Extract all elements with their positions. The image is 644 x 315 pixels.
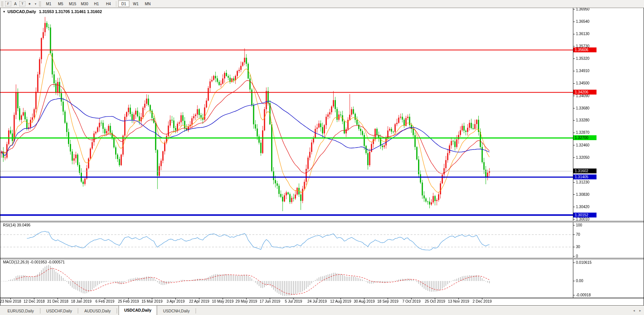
- price-tick-label: 1.36130: [576, 32, 589, 36]
- arrows-tool-icon[interactable]: ✦: [26, 1, 33, 7]
- symbol-tab-bar: EURUSD,DailyUSDCHF,DailyAUDUSD,DailyUSDC…: [0, 305, 644, 315]
- tab-separator: [196, 308, 196, 314]
- date-tick-label: 13 Nov 2019: [448, 299, 469, 303]
- tab-separator: [40, 308, 40, 314]
- rsi-tick-label: 30: [576, 245, 580, 249]
- macd-tick-label: -0.00918: [576, 293, 591, 297]
- timeframe-button-m1[interactable]: M1: [43, 0, 54, 7]
- price-tick-label: 1.35320: [576, 56, 589, 61]
- rsi-label: RSI(14) 39.0496: [3, 223, 30, 227]
- tab-usdchf[interactable]: USDCHF,Daily: [41, 307, 77, 315]
- rsi-tick-label: 0: [576, 254, 578, 258]
- text-label-tool-icon[interactable]: A: [12, 1, 19, 7]
- date-tick-label: 18 Sep 2019: [377, 299, 399, 303]
- tab-scroll-left-icon[interactable]: ◂: [633, 309, 635, 312]
- chart-title: ▼USDCAD,Daily1.31553 1.31705 1.31461 1.3…: [3, 9, 102, 14]
- toolbar: FAT✦▾M1M5M15M30H1H4D1W1MN: [0, 0, 644, 8]
- macd-label: MACD(12,26,9) -0.001953 -0.000571: [3, 260, 65, 264]
- price-tick-label: 1.32050: [576, 155, 589, 160]
- date-tick-label: 5 Jul 2019: [285, 299, 302, 303]
- rsi-value: 39.0496: [17, 223, 30, 227]
- price-flag-1.35606: 1.35606: [573, 47, 597, 52]
- tab-audusd[interactable]: AUDUSD,Daily: [79, 307, 116, 315]
- chart-canvas[interactable]: [0, 0, 644, 315]
- macd-name: MACD(12,26,9): [3, 260, 29, 264]
- chart-ohlc-values: 1.31553 1.31705 1.31461 1.31602: [39, 9, 102, 14]
- price-flag-1.31405: 1.31405: [573, 175, 597, 179]
- tab-scroll-arrows: ◂▸: [633, 309, 641, 312]
- date-tick-label: 12 Dec 2018: [24, 299, 45, 303]
- date-tick-label: 7 Oct 2019: [402, 299, 421, 303]
- price-tick-label: 1.30010: [576, 217, 589, 221]
- date-tick-label: 30 Aug 2019: [354, 299, 375, 303]
- price-tick-label: 1.33680: [576, 106, 589, 110]
- rsi-tick-label: 70: [576, 232, 580, 237]
- date-tick-label: 24 Jul 2019: [307, 299, 327, 303]
- price-tick-label: 1.30420: [576, 205, 589, 209]
- text-tool-icon[interactable]: T: [19, 1, 25, 6]
- price-tick-label: 1.31230: [576, 180, 589, 184]
- tab-scroll-right-icon[interactable]: ▸: [639, 309, 641, 312]
- date-tick-label: 23 Nov 2018: [0, 299, 21, 303]
- date-tick-label: 25 Oct 2019: [425, 299, 445, 303]
- date-tick-label: 3 Apr 2019: [166, 299, 184, 303]
- toolbar-grip-handle[interactable]: [39, 1, 41, 6]
- price-tick-label: 1.32870: [576, 130, 589, 135]
- toolbar-grip-handle[interactable]: [1, 1, 3, 6]
- timeframe-button-d1[interactable]: D1: [118, 0, 129, 7]
- timeframe-button-mn[interactable]: MN: [142, 0, 153, 7]
- price-tick-label: 1.33280: [576, 118, 589, 122]
- timeframe-button-m15[interactable]: M15: [67, 0, 78, 7]
- price-tick-label: 1.30830: [576, 192, 589, 197]
- tab-eurusd[interactable]: EURUSD,Daily: [2, 307, 39, 315]
- date-tick-label: 22 Apr 2019: [189, 299, 209, 303]
- date-tick-label: 25 Feb 2019: [118, 299, 139, 303]
- date-tick-label: 17 Jun 2019: [260, 299, 280, 303]
- date-tick-label: 12 Aug 2019: [330, 299, 351, 303]
- tab-separator: [117, 308, 117, 314]
- price-flag-1.34206: 1.34206: [573, 90, 597, 95]
- date-tick-label: 18 Jan 2019: [71, 299, 92, 303]
- timeframe-button-h4[interactable]: H4: [103, 0, 114, 7]
- tab-usdcad[interactable]: USDCAD,Daily: [119, 305, 157, 315]
- timeframe-button-m5[interactable]: M5: [55, 0, 66, 7]
- timeframe-button-w1[interactable]: W1: [130, 0, 141, 7]
- date-tick-label: 10 May 2019: [212, 299, 234, 303]
- price-flag-1.32700: 1.32700: [573, 135, 597, 140]
- price-tick-label: 1.34500: [576, 81, 589, 85]
- date-tick-label: 15 Mar 2019: [141, 299, 162, 303]
- date-tick-label: 31 Dec 2018: [47, 299, 68, 303]
- arrows-dropdown-icon[interactable]: ▾: [34, 1, 37, 7]
- collapse-chart-icon[interactable]: ▼: [3, 10, 6, 13]
- price-tick-label: 1.36540: [576, 19, 589, 24]
- price-tick-label: 1.32460: [576, 143, 589, 147]
- macd-values: -0.001953 -0.000571: [30, 260, 65, 264]
- price-flag-1.31602: 1.31602: [573, 169, 597, 173]
- macd-tick-label: 0.00: [576, 279, 583, 283]
- macd-tick-label: 0.010615: [576, 260, 592, 265]
- tab-usdcnh[interactable]: USDCNH,Daily: [158, 307, 195, 315]
- date-tick-label: 6 Feb 2019: [95, 299, 114, 303]
- price-tick-label: 1.34910: [576, 69, 589, 73]
- tab-separator: [78, 308, 78, 314]
- date-tick-label: 2 Dec 2019: [473, 299, 492, 303]
- rsi-tick-label: 100: [576, 223, 582, 227]
- timeframe-button-h1[interactable]: H1: [91, 0, 102, 7]
- timeframe-separator: [116, 1, 116, 7]
- date-tick-label: 29 May 2019: [236, 299, 257, 303]
- price-flag-1.30152: 1.30152: [573, 213, 597, 217]
- objects-f-tool-icon[interactable]: F: [5, 1, 11, 6]
- rsi-name: RSI(14): [3, 223, 16, 227]
- chart-symbol-label: USDCAD,Daily: [7, 9, 36, 14]
- application-window: FAT✦▾M1M5M15M30H1H4D1W1MN ▼USDCAD,Daily1…: [0, 0, 644, 315]
- timeframe-button-m30[interactable]: M30: [79, 0, 90, 7]
